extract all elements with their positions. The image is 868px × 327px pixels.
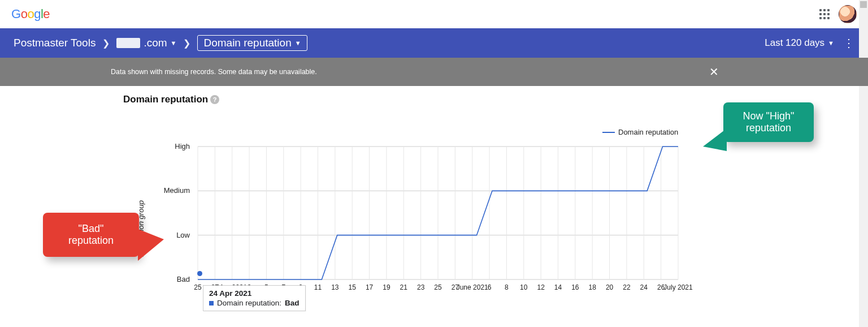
breadcrumb-domain-suffix: .com bbox=[144, 37, 167, 49]
svg-text:13: 13 bbox=[331, 283, 339, 291]
breadcrumb-page-label: Domain reputation bbox=[203, 37, 291, 49]
svg-text:12: 12 bbox=[537, 283, 545, 291]
svg-text:14: 14 bbox=[554, 283, 562, 291]
svg-text:Bad: Bad bbox=[177, 275, 190, 283]
svg-text:19: 19 bbox=[383, 283, 390, 291]
svg-text:25: 25 bbox=[434, 283, 442, 291]
svg-text:21: 21 bbox=[400, 283, 408, 291]
svg-text:20: 20 bbox=[606, 283, 614, 291]
svg-text:22: 22 bbox=[623, 283, 631, 291]
date-range-label: Last 120 days bbox=[765, 37, 824, 49]
svg-text:18: 18 bbox=[589, 283, 597, 291]
chevron-down-icon: ▼ bbox=[295, 40, 301, 46]
more-menu-icon[interactable]: ⋮ bbox=[843, 36, 854, 50]
svg-text:Domain reputation: Domain reputation bbox=[618, 128, 678, 136]
svg-text:July 2021: July 2021 bbox=[663, 283, 693, 291]
notice-bar: Data shown with missing records. Some da… bbox=[0, 58, 868, 86]
svg-text:6: 6 bbox=[488, 283, 492, 291]
svg-text:17: 17 bbox=[366, 283, 374, 291]
svg-text:25: 25 bbox=[194, 283, 202, 291]
notice-text: Data shown with missing records. Some da… bbox=[111, 68, 317, 76]
svg-text:16: 16 bbox=[571, 283, 579, 291]
svg-text:10: 10 bbox=[520, 283, 528, 291]
annotation-bad-l2: reputation bbox=[55, 235, 127, 247]
apps-icon[interactable] bbox=[819, 9, 830, 19]
svg-text:Low: Low bbox=[176, 231, 190, 239]
svg-text:Medium: Medium bbox=[164, 186, 190, 195]
breadcrumb-domain[interactable]: xx.com ▼ bbox=[116, 37, 176, 49]
tooltip-value: Bad bbox=[285, 299, 300, 307]
annotation-high: Now "High" reputation bbox=[723, 102, 814, 142]
chart-hover-dot bbox=[197, 271, 202, 276]
chevron-down-icon: ▼ bbox=[171, 40, 177, 46]
chart-tooltip: 24 Apr 2021 Domain reputation: Bad bbox=[203, 285, 306, 311]
tooltip-swatch bbox=[209, 301, 214, 306]
svg-text:15: 15 bbox=[349, 283, 357, 291]
svg-text:High: High bbox=[175, 142, 190, 150]
svg-text:24: 24 bbox=[640, 283, 648, 291]
chevron-right-icon: ❯ bbox=[102, 38, 110, 49]
svg-text:23: 23 bbox=[417, 283, 425, 291]
chart-area: "Bad" reputation Now "High" reputation D… bbox=[0, 105, 868, 325]
close-icon[interactable]: ✕ bbox=[709, 65, 719, 79]
annotation-bad: "Bad" reputation bbox=[43, 213, 139, 257]
svg-text:11: 11 bbox=[314, 283, 322, 291]
google-logo[interactable]: Google bbox=[11, 7, 50, 21]
google-header: Google bbox=[0, 0, 868, 28]
breadcrumb-root-label: Postmaster Tools bbox=[14, 37, 96, 49]
annotation-high-l1: Now "High" bbox=[736, 110, 801, 122]
tooltip-label: Domain reputation: bbox=[217, 299, 281, 307]
chevron-down-icon: ▼ bbox=[828, 40, 834, 46]
svg-text:8: 8 bbox=[505, 283, 509, 291]
breadcrumb-bar: Postmaster Tools ❯ xx.com ▼ ❯ Domain rep… bbox=[0, 28, 868, 58]
scrollbar-thumb[interactable] bbox=[860, 1, 867, 8]
date-range-dropdown[interactable]: Last 120 days ▼ bbox=[765, 37, 834, 49]
svg-text:June 2021: June 2021 bbox=[457, 283, 488, 291]
redacted-domain: xx bbox=[116, 38, 140, 48]
section-title: Domain reputation bbox=[123, 94, 208, 105]
breadcrumb-page-dropdown[interactable]: Domain reputation ▼ bbox=[197, 35, 307, 51]
breadcrumb-root[interactable]: Postmaster Tools bbox=[14, 37, 96, 49]
help-icon[interactable]: ? bbox=[210, 95, 219, 104]
tooltip-date: 24 Apr 2021 bbox=[209, 289, 300, 298]
annotation-high-l2: reputation bbox=[736, 122, 801, 134]
chevron-right-icon: ❯ bbox=[183, 38, 190, 49]
avatar[interactable] bbox=[839, 5, 857, 23]
annotation-bad-l1: "Bad" bbox=[55, 223, 127, 235]
